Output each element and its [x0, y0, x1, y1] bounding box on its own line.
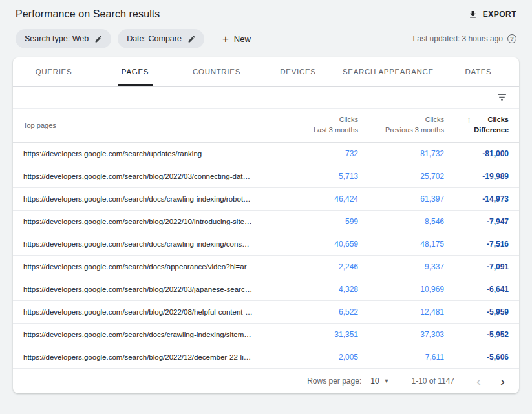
last-3-months-label: Last 3 months: [261, 125, 358, 136]
date-compare-chip[interactable]: Date: Compare: [118, 29, 204, 48]
performance-report-page: Performance on Search results EXPORT Sea…: [0, 0, 532, 393]
clicks-previous-3-months-value: 25,702: [358, 172, 444, 181]
clicks-last-3-months-value: 4,328: [261, 285, 358, 294]
clicks-last-3-months-value: 599: [261, 217, 358, 226]
dropdown-caret-icon: ▼: [384, 378, 390, 384]
clicks-label: Clicks: [358, 115, 444, 125]
column-header-clicks-previous-3-months[interactable]: Clicks Previous 3 months: [358, 115, 444, 136]
tab-search-appearance[interactable]: SEARCH APPEARANCE: [339, 57, 438, 86]
clicks-previous-3-months-value: 8,546: [358, 217, 444, 226]
tab-label: QUERIES: [32, 57, 76, 86]
clicks-difference-value: -7,516: [444, 240, 509, 249]
previous-page-button[interactable]: ‹: [474, 374, 484, 388]
edit-pencil-icon: [94, 35, 103, 43]
tab-devices[interactable]: DEVICES: [257, 57, 339, 86]
table-toolbar: [13, 87, 519, 109]
table-row[interactable]: https://developers.google.com/search/upd…: [13, 143, 519, 165]
rows-per-page-select[interactable]: 10 ▼: [370, 377, 389, 386]
page-title: Performance on Search results: [16, 8, 160, 20]
tab-pages[interactable]: PAGES: [94, 57, 176, 86]
table-row[interactable]: https://developers.google.com/search/blo…: [13, 211, 519, 233]
page-url[interactable]: https://developers.google.com/search/blo…: [23, 308, 261, 316]
clicks-previous-3-months-value: 9,337: [358, 262, 444, 271]
rows-per-page-label: Rows per page:: [307, 377, 361, 386]
plus-icon: +: [222, 34, 229, 45]
export-button[interactable]: EXPORT: [468, 10, 516, 19]
clicks-difference-value: -7,091: [444, 262, 509, 271]
clicks-previous-3-months-value: 81,732: [358, 149, 444, 158]
clicks-difference-value: -5,606: [444, 353, 509, 362]
clicks-last-3-months-value: 2,005: [261, 353, 358, 362]
table-row[interactable]: https://developers.google.com/search/doc…: [13, 233, 519, 256]
table-row[interactable]: https://developers.google.com/search/doc…: [13, 256, 519, 278]
clicks-last-3-months-value: 46,424: [261, 194, 358, 203]
clicks-label: Clicks: [261, 115, 358, 125]
table-row[interactable]: https://developers.google.com/search/blo…: [13, 301, 519, 324]
tab-label: COUNTRIES: [189, 57, 244, 86]
page-url[interactable]: https://developers.google.com/search/doc…: [23, 331, 261, 338]
clicks-last-3-months-value: 732: [261, 149, 358, 158]
page-url[interactable]: https://developers.google.com/search/blo…: [23, 218, 261, 225]
clicks-difference-value: -81,000: [444, 149, 509, 158]
clicks-difference-value: -6,641: [444, 285, 509, 294]
clicks-label: Clicks: [474, 115, 509, 125]
table-body: https://developers.google.com/search/upd…: [13, 143, 519, 369]
page-url[interactable]: https://developers.google.com/search/blo…: [23, 285, 261, 293]
clicks-last-3-months-value: 40,659: [261, 240, 358, 249]
tab-queries[interactable]: QUERIES: [13, 57, 94, 86]
clicks-difference-value: -5,959: [444, 307, 509, 316]
clicks-last-3-months-value: 2,246: [261, 262, 358, 271]
clicks-previous-3-months-value: 37,303: [358, 330, 444, 339]
clicks-previous-3-months-value: 61,397: [358, 194, 444, 203]
previous-3-months-label: Previous 3 months: [358, 125, 444, 136]
sort-ascending-icon[interactable]: ↑: [467, 115, 471, 126]
table-row[interactable]: https://developers.google.com/search/doc…: [13, 324, 519, 346]
tab-countries[interactable]: COUNTRIES: [176, 57, 257, 86]
page-url[interactable]: https://developers.google.com/search/blo…: [23, 172, 261, 180]
tab-label: SEARCH APPEARANCE: [339, 57, 438, 86]
search-type-chip[interactable]: Search type: Web: [16, 29, 111, 48]
table-row[interactable]: https://developers.google.com/search/doc…: [13, 188, 519, 211]
page-url[interactable]: https://developers.google.com/search/doc…: [23, 195, 261, 203]
difference-label: Difference: [474, 125, 509, 136]
help-icon[interactable]: ?: [507, 34, 516, 43]
new-filter-label: New: [234, 34, 251, 44]
column-header-clicks-difference[interactable]: ↑ Clicks Difference: [444, 115, 509, 136]
new-filter-button[interactable]: + New: [217, 30, 256, 48]
edit-pencil-icon: [187, 35, 196, 43]
clicks-last-3-months-value: 31,351: [261, 330, 358, 339]
table-row[interactable]: https://developers.google.com/search/blo…: [13, 346, 519, 369]
tab-dates[interactable]: DATES: [438, 57, 519, 86]
page-url[interactable]: https://developers.google.com/search/upd…: [23, 150, 261, 158]
table-row[interactable]: https://developers.google.com/search/blo…: [13, 165, 519, 188]
report-card: QUERIES PAGES COUNTRIES DEVICES SEARCH A…: [13, 57, 519, 393]
clicks-previous-3-months-value: 48,175: [358, 240, 444, 249]
date-compare-chip-label: Date: Compare: [127, 34, 182, 43]
page-url[interactable]: https://developers.google.com/search/doc…: [23, 263, 261, 271]
export-label: EXPORT: [483, 10, 516, 19]
table-header-row: Top pages Clicks Last 3 months Clicks Pr…: [13, 109, 519, 143]
search-type-chip-label: Search type: Web: [25, 34, 89, 43]
clicks-last-3-months-value: 5,713: [261, 172, 358, 181]
clicks-difference-value: -5,952: [444, 330, 509, 339]
pagination-bar: Rows per page: 10 ▼ 1-10 of 1147 ‹ ›: [13, 369, 519, 393]
download-icon: [468, 10, 478, 19]
filter-icon[interactable]: [496, 92, 507, 103]
column-header-top-pages[interactable]: Top pages: [23, 121, 261, 129]
clicks-difference-value: -19,989: [444, 172, 509, 181]
last-updated-text: Last updated: 3 hours ago: [413, 34, 503, 43]
clicks-difference-value: -14,973: [444, 194, 509, 203]
topbar: Performance on Search results EXPORT: [0, 0, 532, 24]
pagination-range: 1-10 of 1147: [412, 377, 455, 386]
page-url[interactable]: https://developers.google.com/search/blo…: [23, 353, 261, 361]
rows-per-page-value: 10: [370, 377, 379, 386]
filter-bar: Search type: Web Date: Compare + New Las…: [0, 24, 532, 57]
clicks-previous-3-months-value: 12,481: [358, 307, 444, 316]
table-row[interactable]: https://developers.google.com/search/blo…: [13, 278, 519, 301]
clicks-last-3-months-value: 6,522: [261, 307, 358, 316]
column-header-clicks-last-3-months[interactable]: Clicks Last 3 months: [261, 115, 358, 136]
tab-label: DEVICES: [276, 57, 319, 86]
page-url[interactable]: https://developers.google.com/search/doc…: [23, 240, 261, 248]
next-page-button[interactable]: ›: [498, 374, 507, 388]
clicks-difference-value: -7,947: [444, 217, 509, 226]
